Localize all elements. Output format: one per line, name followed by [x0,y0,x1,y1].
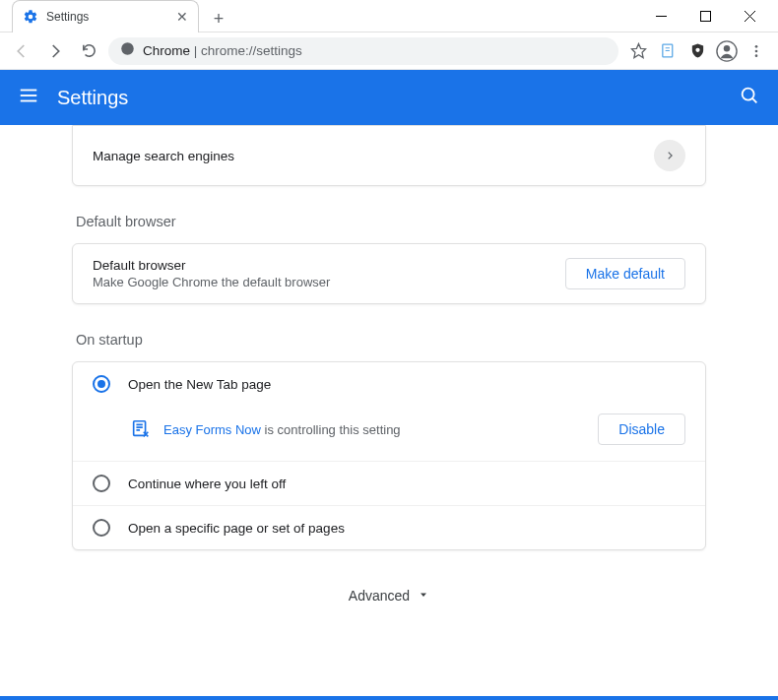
extension-note-icon[interactable] [654,37,681,65]
back-button[interactable] [8,37,35,65]
svg-rect-1 [701,11,711,21]
hamburger-menu-icon[interactable] [18,85,39,110]
default-browser-card: Default browser Make Google Chrome the d… [72,243,706,304]
on-startup-section-label: On startup [76,332,706,348]
svg-rect-18 [134,421,146,436]
address-bar[interactable]: Chrome | chrome://settings [108,37,618,65]
svg-marker-5 [631,43,645,57]
startup-option-label: Open a specific page or set of pages [128,521,345,536]
svg-point-4 [121,42,134,55]
disable-extension-button[interactable]: Disable [598,414,685,445]
forward-button[interactable] [41,37,69,65]
extension-notice-text: Easy Forms Now is controlling this setti… [163,422,586,437]
make-default-button[interactable]: Make default [565,258,685,289]
radio-icon [93,375,110,393]
svg-point-12 [755,54,758,57]
window-minimize-button[interactable] [639,0,683,32]
close-icon[interactable]: ✕ [176,10,188,24]
manage-search-engines-card: Manage search engines [72,125,706,186]
reload-button[interactable] [75,37,102,65]
window-close-button[interactable] [728,0,772,32]
svg-point-10 [755,45,758,48]
startup-option-continue[interactable]: Continue where you left off [73,461,705,505]
svg-point-11 [755,49,758,52]
on-startup-card: Open the New Tab page Easy Forms Now is … [72,361,706,550]
startup-option-new-tab[interactable]: Open the New Tab page [73,362,705,406]
radio-icon [93,475,110,492]
startup-option-specific-pages[interactable]: Open a specific page or set of pages [73,505,705,549]
profile-avatar-icon[interactable] [713,37,741,65]
tab-title: Settings [46,10,168,24]
tab-strip: Settings ✕ + [12,0,232,32]
svg-point-7 [695,48,699,52]
bookmark-star-icon[interactable] [624,37,652,65]
settings-page-title: Settings [57,87,721,109]
advanced-label: Advanced [349,588,410,604]
default-browser-title: Default browser [93,258,565,273]
manage-search-engines-row[interactable]: Manage search engines [73,126,705,185]
extension-shield-icon[interactable] [683,37,711,65]
settings-app-header: Settings [0,70,778,125]
settings-content[interactable]: Manage search engines Default browser De… [0,125,778,696]
extension-controlling-notice: Easy Forms Now is controlling this setti… [73,406,705,461]
startup-option-label: Continue where you left off [128,477,286,491]
kebab-menu-icon[interactable] [743,37,770,65]
default-browser-subtitle: Make Google Chrome the default browser [93,275,565,289]
chevron-down-icon [418,588,429,604]
manage-search-engines-label: Manage search engines [93,149,654,163]
gear-icon [23,9,38,25]
site-info-icon[interactable] [120,41,135,60]
startup-option-label: Open the New Tab page [128,377,271,392]
url-display: Chrome | chrome://settings [143,43,302,58]
svg-marker-19 [421,594,426,598]
svg-line-17 [752,98,756,102]
browser-tab-settings[interactable]: Settings ✕ [12,0,199,32]
window-bottom-accent [0,696,778,700]
advanced-toggle[interactable]: Advanced [72,588,706,604]
new-tab-button[interactable]: + [205,5,232,32]
browser-toolbar: Chrome | chrome://settings [0,32,778,70]
svg-point-9 [724,45,730,51]
svg-point-16 [743,89,754,100]
extension-name-link[interactable]: Easy Forms Now [163,422,261,437]
window-maximize-button[interactable] [683,0,728,32]
window-titlebar: Settings ✕ + [0,0,778,32]
default-browser-section-label: Default browser [76,214,706,229]
search-icon[interactable] [739,85,760,110]
chevron-right-icon [654,140,685,171]
document-edit-icon [130,418,152,440]
radio-icon [93,519,110,537]
